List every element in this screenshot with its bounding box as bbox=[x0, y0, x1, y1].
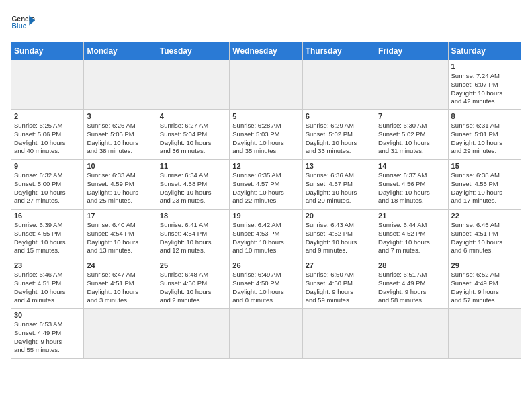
calendar-cell: 3Sunrise: 6:26 AM Sunset: 5:05 PM Daylig… bbox=[84, 110, 157, 160]
day-number: 18 bbox=[160, 212, 226, 220]
week-row-2: 9Sunrise: 6:32 AM Sunset: 5:00 PM Daylig… bbox=[11, 160, 521, 210]
day-info: Sunrise: 6:38 AM Sunset: 4:55 PM Dayligh… bbox=[451, 171, 518, 205]
day-number: 28 bbox=[378, 261, 445, 269]
day-info: Sunrise: 6:29 AM Sunset: 5:02 PM Dayligh… bbox=[306, 122, 372, 156]
calendar-cell bbox=[375, 309, 448, 359]
day-info: Sunrise: 7:24 AM Sunset: 6:07 PM Dayligh… bbox=[451, 72, 518, 106]
day-number: 17 bbox=[87, 212, 153, 220]
day-number: 13 bbox=[306, 162, 372, 170]
calendar-cell bbox=[157, 309, 229, 359]
day-number: 9 bbox=[14, 162, 81, 170]
day-info: Sunrise: 6:36 AM Sunset: 4:57 PM Dayligh… bbox=[306, 171, 372, 205]
weekday-header-row: SundayMondayTuesdayWednesdayThursdayFrid… bbox=[11, 42, 521, 60]
day-number: 19 bbox=[232, 212, 299, 220]
day-info: Sunrise: 6:48 AM Sunset: 4:50 PM Dayligh… bbox=[160, 271, 226, 305]
weekday-header-tuesday: Tuesday bbox=[157, 42, 229, 60]
calendar-cell: 28Sunrise: 6:51 AM Sunset: 4:49 PM Dayli… bbox=[375, 259, 448, 309]
day-number: 20 bbox=[306, 212, 372, 220]
logo-icon: General Blue bbox=[11, 11, 35, 35]
weekday-header-thursday: Thursday bbox=[302, 42, 375, 60]
day-info: Sunrise: 6:41 AM Sunset: 4:54 PM Dayligh… bbox=[160, 221, 226, 255]
day-number: 7 bbox=[378, 112, 445, 120]
day-number: 26 bbox=[232, 261, 299, 269]
calendar-cell: 1Sunrise: 7:24 AM Sunset: 6:07 PM Daylig… bbox=[448, 60, 521, 110]
day-info: Sunrise: 6:30 AM Sunset: 5:02 PM Dayligh… bbox=[378, 122, 445, 156]
calendar-cell: 30Sunrise: 6:53 AM Sunset: 4:49 PM Dayli… bbox=[11, 309, 84, 359]
calendar-cell bbox=[84, 309, 157, 359]
calendar-cell: 6Sunrise: 6:29 AM Sunset: 5:02 PM Daylig… bbox=[302, 110, 375, 160]
calendar-cell: 10Sunrise: 6:33 AM Sunset: 4:59 PM Dayli… bbox=[84, 160, 157, 210]
day-info: Sunrise: 6:27 AM Sunset: 5:04 PM Dayligh… bbox=[160, 122, 226, 156]
calendar-cell bbox=[84, 60, 157, 110]
calendar-cell: 27Sunrise: 6:50 AM Sunset: 4:50 PM Dayli… bbox=[302, 259, 375, 309]
calendar-cell: 16Sunrise: 6:39 AM Sunset: 4:55 PM Dayli… bbox=[11, 210, 84, 259]
calendar-header: General Blue bbox=[11, 11, 521, 35]
calendar-cell: 7Sunrise: 6:30 AM Sunset: 5:02 PM Daylig… bbox=[375, 110, 448, 160]
calendar-cell: 21Sunrise: 6:44 AM Sunset: 4:52 PM Dayli… bbox=[375, 210, 448, 259]
day-number: 23 bbox=[14, 261, 81, 269]
calendar-cell bbox=[11, 60, 84, 110]
weekday-header-monday: Monday bbox=[84, 42, 157, 60]
calendar-cell: 25Sunrise: 6:48 AM Sunset: 4:50 PM Dayli… bbox=[157, 259, 229, 309]
calendar-cell bbox=[230, 60, 302, 110]
calendar-cell: 15Sunrise: 6:38 AM Sunset: 4:55 PM Dayli… bbox=[448, 160, 521, 210]
calendar-cell: 5Sunrise: 6:28 AM Sunset: 5:03 PM Daylig… bbox=[230, 110, 302, 160]
week-row-4: 23Sunrise: 6:46 AM Sunset: 4:51 PM Dayli… bbox=[11, 259, 521, 309]
calendar-cell bbox=[375, 60, 448, 110]
calendar-cell: 18Sunrise: 6:41 AM Sunset: 4:54 PM Dayli… bbox=[157, 210, 229, 259]
day-number: 29 bbox=[451, 261, 518, 269]
day-number: 3 bbox=[87, 112, 153, 120]
calendar-cell bbox=[448, 309, 521, 359]
calendar-cell bbox=[157, 60, 229, 110]
day-info: Sunrise: 6:26 AM Sunset: 5:05 PM Dayligh… bbox=[87, 122, 153, 156]
day-info: Sunrise: 6:32 AM Sunset: 5:00 PM Dayligh… bbox=[14, 171, 81, 205]
day-info: Sunrise: 6:53 AM Sunset: 4:49 PM Dayligh… bbox=[14, 320, 81, 355]
calendar-cell bbox=[302, 60, 375, 110]
day-info: Sunrise: 6:33 AM Sunset: 4:59 PM Dayligh… bbox=[87, 171, 153, 205]
weekday-header-sunday: Sunday bbox=[11, 42, 84, 60]
day-info: Sunrise: 6:39 AM Sunset: 4:55 PM Dayligh… bbox=[14, 221, 81, 255]
day-number: 21 bbox=[378, 212, 445, 220]
calendar-cell: 11Sunrise: 6:34 AM Sunset: 4:58 PM Dayli… bbox=[157, 160, 229, 210]
calendar-cell: 29Sunrise: 6:52 AM Sunset: 4:49 PM Dayli… bbox=[448, 259, 521, 309]
day-number: 10 bbox=[87, 162, 153, 170]
calendar-cell: 17Sunrise: 6:40 AM Sunset: 4:54 PM Dayli… bbox=[84, 210, 157, 259]
day-number: 16 bbox=[14, 212, 81, 220]
calendar-cell: 8Sunrise: 6:31 AM Sunset: 5:01 PM Daylig… bbox=[448, 110, 521, 160]
calendar-cell: 24Sunrise: 6:47 AM Sunset: 4:51 PM Dayli… bbox=[84, 259, 157, 309]
day-number: 11 bbox=[160, 162, 226, 170]
day-number: 27 bbox=[306, 261, 372, 269]
week-row-3: 16Sunrise: 6:39 AM Sunset: 4:55 PM Dayli… bbox=[11, 210, 521, 259]
calendar-cell: 12Sunrise: 6:35 AM Sunset: 4:57 PM Dayli… bbox=[230, 160, 302, 210]
week-row-0: 1Sunrise: 7:24 AM Sunset: 6:07 PM Daylig… bbox=[11, 60, 521, 110]
day-info: Sunrise: 6:31 AM Sunset: 5:01 PM Dayligh… bbox=[451, 122, 518, 156]
day-info: Sunrise: 6:37 AM Sunset: 4:56 PM Dayligh… bbox=[378, 171, 445, 205]
day-info: Sunrise: 6:43 AM Sunset: 4:52 PM Dayligh… bbox=[306, 221, 372, 255]
calendar-cell: 14Sunrise: 6:37 AM Sunset: 4:56 PM Dayli… bbox=[375, 160, 448, 210]
calendar-table: SundayMondayTuesdayWednesdayThursdayFrid… bbox=[11, 42, 521, 359]
day-number: 2 bbox=[14, 112, 81, 120]
day-number: 12 bbox=[232, 162, 299, 170]
day-info: Sunrise: 6:45 AM Sunset: 4:51 PM Dayligh… bbox=[451, 221, 518, 255]
day-number: 14 bbox=[378, 162, 445, 170]
day-info: Sunrise: 6:44 AM Sunset: 4:52 PM Dayligh… bbox=[378, 221, 445, 255]
calendar-cell bbox=[302, 309, 375, 359]
day-number: 25 bbox=[160, 261, 226, 269]
day-info: Sunrise: 6:51 AM Sunset: 4:49 PM Dayligh… bbox=[378, 271, 445, 305]
day-info: Sunrise: 6:40 AM Sunset: 4:54 PM Dayligh… bbox=[87, 221, 153, 255]
day-info: Sunrise: 6:25 AM Sunset: 5:06 PM Dayligh… bbox=[14, 122, 81, 156]
day-info: Sunrise: 6:52 AM Sunset: 4:49 PM Dayligh… bbox=[451, 271, 518, 305]
calendar-cell: 9Sunrise: 6:32 AM Sunset: 5:00 PM Daylig… bbox=[11, 160, 84, 210]
day-info: Sunrise: 6:28 AM Sunset: 5:03 PM Dayligh… bbox=[232, 122, 299, 156]
day-number: 30 bbox=[14, 311, 81, 319]
day-info: Sunrise: 6:34 AM Sunset: 4:58 PM Dayligh… bbox=[160, 171, 226, 205]
day-info: Sunrise: 6:35 AM Sunset: 4:57 PM Dayligh… bbox=[232, 171, 299, 205]
day-number: 5 bbox=[232, 112, 299, 120]
weekday-header-wednesday: Wednesday bbox=[230, 42, 302, 60]
day-number: 24 bbox=[87, 261, 153, 269]
calendar-cell: 4Sunrise: 6:27 AM Sunset: 5:04 PM Daylig… bbox=[157, 110, 229, 160]
day-number: 4 bbox=[160, 112, 226, 120]
calendar-cell: 23Sunrise: 6:46 AM Sunset: 4:51 PM Dayli… bbox=[11, 259, 84, 309]
week-row-5: 30Sunrise: 6:53 AM Sunset: 4:49 PM Dayli… bbox=[11, 309, 521, 359]
day-number: 1 bbox=[451, 62, 518, 71]
